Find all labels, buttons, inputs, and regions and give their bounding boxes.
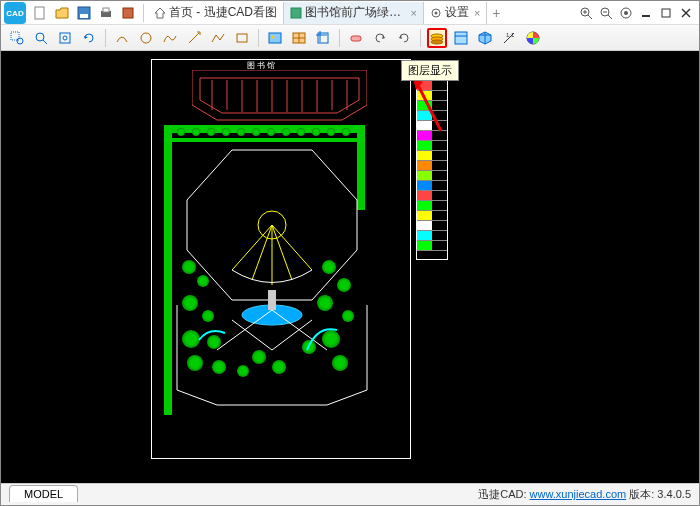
- svg-point-25: [17, 38, 23, 44]
- svg-text:1:1: 1:1: [506, 32, 515, 38]
- svg-rect-21: [662, 9, 670, 17]
- svg-line-71: [272, 225, 312, 270]
- svg-point-10: [435, 11, 438, 14]
- svg-line-67: [232, 225, 272, 270]
- svg-line-12: [588, 15, 592, 19]
- tab-label: 首页 - 迅捷CAD看图: [169, 4, 277, 21]
- tab-bar: 首页 - 迅捷CAD看图 图书馆前广场绿化... × 设置 × +: [148, 1, 577, 25]
- zoom-extents-tool[interactable]: [31, 28, 51, 48]
- svg-rect-41: [351, 36, 361, 41]
- print-button[interactable]: [97, 4, 115, 22]
- svg-rect-8: [291, 8, 301, 18]
- tab-close-button[interactable]: ×: [474, 7, 480, 19]
- maximize-button[interactable]: [657, 4, 675, 22]
- polyline-tool[interactable]: [208, 28, 228, 48]
- svg-point-34: [272, 35, 275, 38]
- refresh-tool[interactable]: [79, 28, 99, 48]
- separator: [420, 29, 421, 47]
- tab-home[interactable]: 首页 - 迅捷CAD看图: [148, 2, 284, 24]
- new-file-button[interactable]: [31, 4, 49, 22]
- svg-point-30: [141, 33, 151, 43]
- app-logo-icon: CAD: [3, 1, 27, 25]
- crop-tool[interactable]: [313, 28, 333, 48]
- svg-rect-28: [60, 33, 70, 43]
- statusbar: MODEL 迅捷CAD: www.xunjiecad.com 版本: 3.4.0…: [1, 483, 699, 505]
- svg-line-31: [189, 33, 199, 43]
- properties-tool[interactable]: [451, 28, 471, 48]
- save-button[interactable]: [75, 4, 93, 22]
- grid-tool[interactable]: [289, 28, 309, 48]
- zoom-out-button[interactable]: [597, 4, 615, 22]
- svg-marker-54: [200, 78, 359, 113]
- color-tool[interactable]: [523, 28, 543, 48]
- tab-label: 图书馆前广场绿化...: [305, 4, 406, 21]
- open-file-button[interactable]: [53, 4, 71, 22]
- toolbar: 1:1: [1, 25, 699, 51]
- separator: [143, 4, 144, 22]
- tooltip: 图层显示: [401, 60, 459, 81]
- circle-tool[interactable]: [136, 28, 156, 48]
- minimize-button[interactable]: [637, 4, 655, 22]
- window-controls: [577, 4, 699, 22]
- home-icon: [154, 7, 166, 19]
- measure-tool[interactable]: 1:1: [499, 28, 519, 48]
- document-icon: [290, 7, 302, 19]
- svg-line-16: [608, 15, 612, 19]
- website-link[interactable]: www.xunjiecad.com: [530, 488, 627, 500]
- model-tab[interactable]: MODEL: [9, 485, 78, 502]
- rectangle-tool[interactable]: [232, 28, 252, 48]
- cad-drawing: 图 书 馆: [151, 59, 411, 459]
- spline-tool[interactable]: [160, 28, 180, 48]
- erase-tool[interactable]: [346, 28, 366, 48]
- line-tool[interactable]: [184, 28, 204, 48]
- svg-rect-45: [455, 32, 467, 44]
- svg-line-52: [416, 81, 441, 131]
- tab-settings[interactable]: 设置 ×: [424, 2, 487, 24]
- svg-point-44: [431, 40, 443, 44]
- 3d-view-tool[interactable]: [475, 28, 495, 48]
- svg-line-70: [272, 225, 292, 280]
- zoom-in-button[interactable]: [577, 4, 595, 22]
- image-tool[interactable]: [265, 28, 285, 48]
- settings-gear-icon[interactable]: [617, 4, 635, 22]
- titlebar: CAD 首页 - 迅捷CAD看图 图书馆前广场绿化... × 设置 × +: [1, 1, 699, 25]
- zoom-window-tool[interactable]: [7, 28, 27, 48]
- tab-document[interactable]: 图书馆前广场绿化... ×: [284, 2, 424, 24]
- drawing-canvas[interactable]: 图 书 馆: [1, 51, 699, 483]
- svg-point-26: [36, 33, 44, 41]
- version-number: 3.4.0.5: [657, 488, 691, 500]
- svg-line-68: [252, 225, 272, 280]
- svg-rect-32: [237, 34, 247, 42]
- brand-label: 迅捷CAD:: [478, 488, 526, 500]
- layer-display-tool[interactable]: [427, 28, 447, 48]
- svg-point-29: [63, 36, 67, 40]
- gear-icon: [430, 7, 442, 19]
- drawing-title: 图 书 馆: [247, 60, 275, 71]
- svg-rect-4: [80, 14, 88, 18]
- svg-rect-6: [103, 8, 109, 12]
- add-tab-button[interactable]: +: [487, 5, 505, 21]
- svg-text:CAD: CAD: [6, 9, 24, 18]
- tab-close-button[interactable]: ×: [411, 7, 417, 19]
- separator: [258, 29, 259, 47]
- svg-rect-33: [269, 33, 281, 43]
- annotation-arrow: [411, 76, 451, 136]
- separator: [339, 29, 340, 47]
- separator: [105, 29, 106, 47]
- tab-label: 设置: [445, 4, 469, 21]
- svg-point-19: [624, 11, 628, 15]
- svg-line-27: [43, 40, 47, 44]
- svg-rect-7: [123, 8, 133, 18]
- status-info: 迅捷CAD: www.xunjiecad.com 版本: 3.4.0.5: [478, 487, 699, 502]
- export-button[interactable]: [119, 4, 137, 22]
- pan-tool[interactable]: [55, 28, 75, 48]
- undo-tool[interactable]: [370, 28, 390, 48]
- redo-tool[interactable]: [394, 28, 414, 48]
- svg-rect-2: [35, 7, 44, 19]
- version-label: 版本:: [629, 488, 654, 500]
- close-button[interactable]: [677, 4, 695, 22]
- arc-tool[interactable]: [112, 28, 132, 48]
